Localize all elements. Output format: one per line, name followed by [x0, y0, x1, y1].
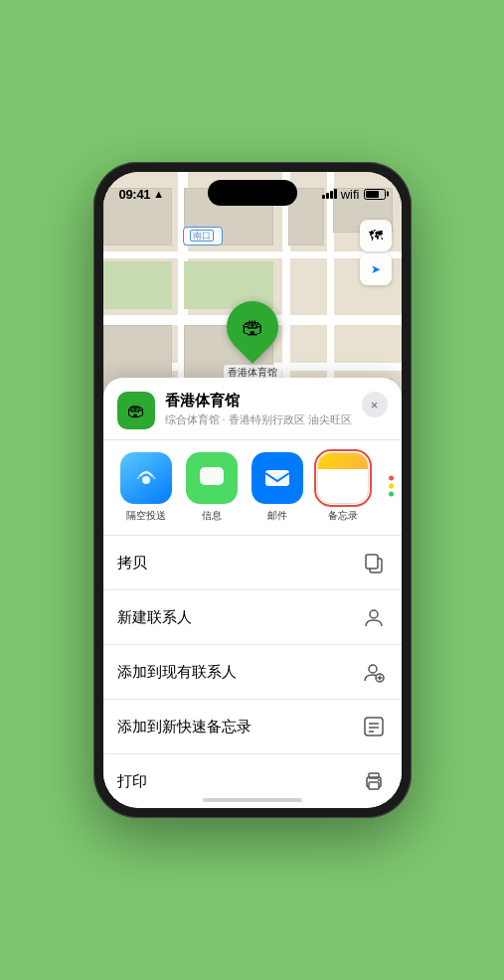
dot-red: [389, 475, 394, 480]
print-label: 打印: [117, 772, 147, 791]
share-item-mail[interactable]: 邮件: [249, 452, 306, 523]
signal-bar-3: [330, 191, 333, 199]
dot-green: [389, 491, 394, 496]
close-button[interactable]: ×: [362, 392, 388, 417]
add-contact-icon: [360, 658, 388, 686]
location-arrow-icon: ▲: [153, 188, 164, 200]
battery-icon: [364, 189, 386, 200]
mail-icon: [252, 452, 303, 504]
quick-note-icon: [360, 713, 388, 740]
venue-header: 🏟 香港体育馆 综合体育馆 · 香港特别行政区 油尖旺区 ×: [103, 378, 402, 440]
quick-note-label: 添加到新快速备忘录: [117, 718, 252, 736]
action-row-copy[interactable]: 拷贝: [103, 536, 402, 590]
airdrop-icon: [120, 452, 172, 504]
svg-rect-1: [200, 467, 224, 485]
svg-point-5: [370, 610, 378, 618]
action-row-new-contact[interactable]: 新建联系人: [103, 590, 402, 645]
mail-label: 邮件: [267, 509, 287, 523]
dot-yellow: [389, 483, 394, 488]
svg-rect-4: [366, 555, 378, 569]
svg-rect-2: [265, 470, 289, 486]
wifi-icon: wifi: [341, 187, 360, 202]
add-contact-label: 添加到现有联系人: [117, 663, 237, 682]
more-dots: [389, 475, 394, 496]
svg-rect-6: [379, 608, 385, 614]
notes-header: [318, 453, 368, 469]
notes-icon: [317, 452, 369, 504]
svg-rect-17: [369, 773, 379, 778]
location-tag: 南口: [190, 230, 214, 242]
venue-description: 综合体育馆 · 香港特别行政区 油尖旺区: [165, 412, 362, 427]
new-contact-label: 新建联系人: [117, 608, 192, 627]
map-controls[interactable]: 🗺 ➤: [360, 220, 392, 287]
signal-bars-icon: [322, 189, 337, 199]
map-type-button[interactable]: 🗺: [360, 220, 392, 251]
bottom-sheet: 🏟 香港体育馆 综合体育馆 · 香港特别行政区 油尖旺区 ×: [103, 378, 402, 808]
copy-label: 拷贝: [117, 554, 147, 572]
messages-icon: [186, 452, 238, 504]
stadium-pin: 🏟 香港体育馆: [224, 301, 281, 381]
signal-bar-1: [322, 195, 325, 199]
copy-icon: [360, 549, 388, 576]
svg-point-7: [369, 665, 377, 673]
dynamic-island: [208, 180, 297, 206]
print-icon: [360, 767, 388, 795]
close-icon: ×: [371, 398, 379, 412]
park-1: [103, 261, 172, 309]
pin-circle: 🏟: [216, 290, 289, 364]
new-contact-icon: [360, 603, 388, 631]
notes-label: 备忘录: [328, 509, 358, 523]
share-item-messages[interactable]: 信息: [183, 452, 241, 523]
venue-info: 香港体育馆 综合体育馆 · 香港特别行政区 油尖旺区: [165, 392, 362, 427]
venue-icon: 🏟: [117, 392, 155, 429]
venue-name: 香港体育馆: [165, 392, 362, 410]
share-item-notes[interactable]: 备忘录: [314, 452, 372, 523]
airdrop-label: 隔空投送: [126, 509, 166, 523]
location-label: 南口: [183, 227, 223, 245]
share-row: 隔空投送 信息: [103, 440, 402, 536]
svg-rect-16: [369, 782, 379, 789]
map-icon: 🗺: [369, 228, 383, 244]
signal-bar-2: [326, 193, 329, 199]
notes-lines-container: [336, 471, 350, 503]
svg-point-18: [378, 779, 380, 781]
phone-screen: 09:41 ▲ wifi: [103, 172, 402, 808]
home-indicator: [203, 798, 302, 802]
battery-fill: [366, 191, 380, 198]
share-item-airdrop[interactable]: 隔空投送: [117, 452, 175, 523]
phone-frame: 09:41 ▲ wifi: [93, 162, 412, 818]
signal-bar-4: [334, 189, 337, 199]
location-button[interactable]: ➤: [360, 253, 392, 285]
pin-emoji: 🏟: [242, 314, 263, 340]
action-row-add-contact[interactable]: 添加到现有联系人: [103, 645, 402, 700]
status-icons: wifi: [322, 187, 386, 202]
road-h-3: [103, 251, 402, 258]
action-row-quick-note[interactable]: 添加到新快速备忘录: [103, 700, 402, 754]
svg-point-0: [142, 476, 150, 484]
location-icon: ➤: [371, 262, 381, 276]
svg-rect-11: [365, 718, 383, 735]
messages-label: 信息: [202, 509, 222, 523]
venue-icon-emoji: 🏟: [127, 401, 145, 421]
status-time: 09:41: [119, 187, 151, 202]
